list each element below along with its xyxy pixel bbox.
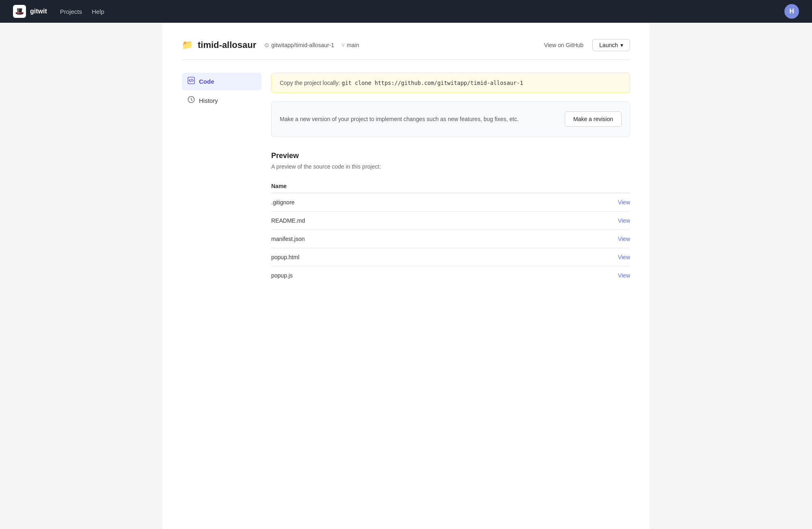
sidebar-item-code[interactable]: Code	[182, 73, 261, 90]
brand-name: gitwit	[30, 8, 47, 15]
file-view-link[interactable]: View	[618, 254, 630, 260]
page: 📁 timid-allosaur ⊙ gitwitapp/timid-allos…	[162, 23, 650, 529]
main-layout: Code History Copy the project locally: g…	[182, 73, 630, 284]
chevron-down-icon: ▾	[620, 42, 623, 48]
file-table-action-header	[535, 180, 630, 193]
clone-banner: Copy the project locally: git clone http…	[271, 73, 630, 93]
code-icon	[188, 77, 195, 86]
table-row: manifest.json View	[271, 230, 630, 248]
file-name: README.md	[271, 212, 535, 230]
content: Copy the project locally: git clone http…	[271, 73, 630, 284]
clone-banner-prefix: Copy the project locally:	[280, 80, 340, 86]
table-row: README.md View	[271, 212, 630, 230]
table-row: popup.html View	[271, 248, 630, 267]
repo-name: timid-allosaur	[198, 40, 256, 50]
sidebar-item-history-label: History	[199, 97, 218, 104]
file-name: manifest.json	[271, 230, 535, 248]
sidebar-item-history[interactable]: History	[182, 92, 261, 109]
file-view-cell: View	[535, 230, 630, 248]
file-view-link[interactable]: View	[618, 272, 630, 279]
view-on-github-button[interactable]: View on GitHub	[541, 39, 587, 51]
file-view-cell: View	[535, 267, 630, 285]
revision-description: Make a new version of your project to im…	[280, 115, 518, 124]
launch-button[interactable]: Launch ▾	[592, 39, 630, 51]
repo-meta: ⊙ gitwitapp/timid-allosaur-1 ⑂ main	[264, 42, 359, 48]
clone-banner-command: git clone https://github.com/gitwitapp/t…	[342, 80, 523, 86]
file-view-link[interactable]: View	[618, 199, 630, 206]
sidebar: Code History	[182, 73, 271, 284]
brand-icon: 🎩	[13, 5, 26, 18]
preview-subtitle: A preview of the source code in this pro…	[271, 163, 630, 170]
repo-github-path: ⊙ gitwitapp/timid-allosaur-1	[264, 42, 334, 48]
file-view-cell: View	[535, 212, 630, 230]
repo-header-left: 📁 timid-allosaur ⊙ gitwitapp/timid-allos…	[182, 40, 534, 50]
file-view-cell: View	[535, 193, 630, 212]
github-icon: ⊙	[264, 42, 269, 48]
file-table: Name .gitignore View README.md View mani…	[271, 180, 630, 284]
nav-link-help[interactable]: Help	[92, 8, 104, 15]
brand: 🎩 gitwit	[13, 5, 47, 18]
file-name: popup.js	[271, 267, 535, 285]
repo-header: 📁 timid-allosaur ⊙ gitwitapp/timid-allos…	[182, 39, 630, 60]
repo-actions: View on GitHub Launch ▾	[541, 39, 630, 51]
history-icon	[188, 96, 195, 105]
table-row: .gitignore View	[271, 193, 630, 212]
file-table-name-header: Name	[271, 180, 535, 193]
file-view-link[interactable]: View	[618, 236, 630, 242]
preview-section: Preview A preview of the source code in …	[271, 152, 630, 284]
preview-title: Preview	[271, 152, 630, 160]
table-row: popup.js View	[271, 267, 630, 285]
file-name: popup.html	[271, 248, 535, 267]
nav-links: Projects Help	[60, 8, 771, 15]
make-revision-button[interactable]: Make a revision	[565, 111, 622, 127]
folder-icon: 📁	[182, 40, 193, 50]
file-view-link[interactable]: View	[618, 217, 630, 224]
repo-branch: ⑂ main	[341, 42, 359, 48]
avatar[interactable]: H	[784, 4, 799, 19]
sidebar-item-code-label: Code	[199, 78, 214, 85]
file-view-cell: View	[535, 248, 630, 267]
navbar: 🎩 gitwit Projects Help H	[0, 0, 812, 23]
file-name: .gitignore	[271, 193, 535, 212]
nav-link-projects[interactable]: Projects	[60, 8, 82, 15]
branch-icon: ⑂	[341, 42, 345, 48]
revision-card: Make a new version of your project to im…	[271, 101, 630, 137]
